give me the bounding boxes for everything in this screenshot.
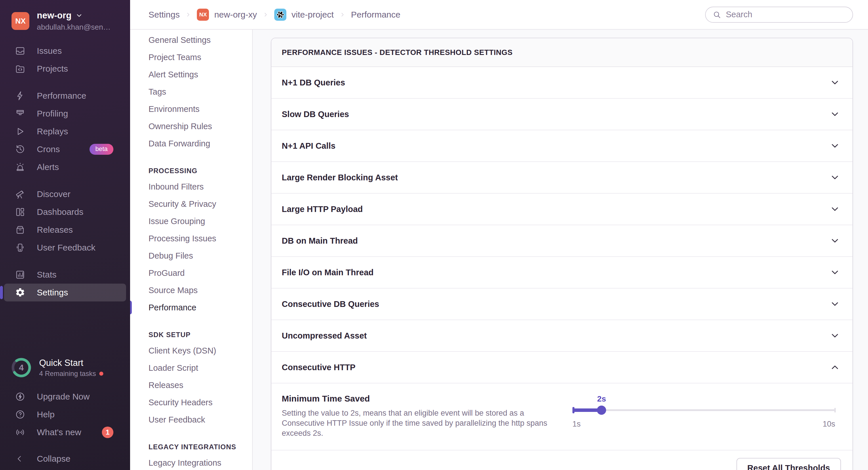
sidebar-nav-item[interactable]: Crons beta xyxy=(0,140,130,158)
search-input[interactable] xyxy=(726,10,845,19)
detector-accordion-row[interactable]: Uncompressed Asset xyxy=(271,320,852,352)
slider-max-label: 10s xyxy=(823,419,835,429)
sidebar-nav-item[interactable]: Profiling xyxy=(0,105,130,123)
slider-handle[interactable] xyxy=(597,406,606,415)
detector-accordion-row[interactable]: Slow DB Queries xyxy=(271,99,852,130)
breadcrumb-item[interactable]: vite-project xyxy=(274,9,334,21)
sidebar-nav-label: Releases xyxy=(37,225,73,235)
settings-nav-item[interactable]: Source Maps xyxy=(130,281,252,299)
sidebar-nav-item[interactable]: User Feedback xyxy=(0,239,130,257)
slider-min-label: 1s xyxy=(572,419,581,429)
user-feedback-icon xyxy=(15,242,25,253)
settings-nav-item[interactable]: Loader Script xyxy=(130,359,252,376)
detector-accordion-row[interactable]: DB on Main Thread xyxy=(271,225,852,257)
sidebar-footer-label: What's new xyxy=(37,428,81,437)
quick-start-panel[interactable]: 4 Quick Start 4 Remaining tasks xyxy=(0,357,130,378)
detector-accordion-row[interactable]: N+1 DB Queries xyxy=(271,67,852,99)
settings-nav-label: Releases xyxy=(149,380,183,390)
settings-nav-item[interactable]: LEGACY INTEGRATIONS xyxy=(130,440,252,454)
replays-icon xyxy=(15,126,25,137)
sidebar-footer-item[interactable]: What's new 1 xyxy=(0,424,130,441)
quick-start-count: 4 xyxy=(11,357,32,378)
sidebar-nav-item[interactable]: Projects xyxy=(0,60,130,78)
sidebar-nav-label: Dashboards xyxy=(37,207,84,217)
org-switcher[interactable]: NX new-org abdullah.khan@sen… xyxy=(0,0,130,40)
breadcrumb-item[interactable]: NX new-org-xy xyxy=(197,9,257,21)
whats-new-icon xyxy=(15,427,25,437)
settings-nav-item[interactable]: Processing Issues xyxy=(130,230,252,247)
settings-nav-label: Client Keys (DSN) xyxy=(149,346,216,356)
quick-start-progress-ring: 4 xyxy=(11,357,32,378)
primary-nav: Issues Projects Performance xyxy=(0,40,130,301)
sidebar-nav-label: Stats xyxy=(37,270,56,279)
performance-icon xyxy=(15,91,25,101)
settings-nav-item[interactable]: General Settings xyxy=(130,31,252,48)
settings-nav-label: Performance xyxy=(149,303,196,312)
settings-nav-item[interactable]: Debug Files xyxy=(130,247,252,264)
sidebar-nav-item[interactable]: Performance xyxy=(0,87,130,105)
settings-nav-item[interactable]: Alert Settings xyxy=(130,66,252,83)
chevron-down-icon xyxy=(830,268,840,277)
detector-accordion-row[interactable]: Consecutive DB Queries xyxy=(271,289,852,320)
sidebar-footer-item[interactable]: Help xyxy=(0,406,130,424)
collapse-sidebar-button[interactable]: Collapse xyxy=(0,450,130,468)
settings-nav-item[interactable]: Performance xyxy=(130,299,252,316)
settings-nav-item[interactable]: Security Headers xyxy=(130,394,252,411)
settings-body: General Settings Project Teams Alert Set… xyxy=(130,30,868,470)
settings-nav-item[interactable]: Issue Grouping xyxy=(130,212,252,230)
settings-nav-label: Legacy Integrations xyxy=(149,458,221,468)
settings-nav-item[interactable]: PROCESSING xyxy=(130,164,252,178)
detector-row-label: DB on Main Thread xyxy=(282,236,358,246)
settings-nav-item[interactable]: Releases xyxy=(130,376,252,394)
slider-track[interactable] xyxy=(572,409,835,411)
settings-nav-label: General Settings xyxy=(149,35,211,45)
sidebar-footer-item[interactable]: Upgrade Now xyxy=(0,388,130,406)
settings-nav-label: Debug Files xyxy=(149,251,193,261)
settings-nav-item[interactable]: Inbound Filters xyxy=(130,178,252,195)
settings-icon xyxy=(15,287,25,298)
detector-accordion-row[interactable]: Large Render Blocking Asset xyxy=(271,162,852,194)
projects-icon xyxy=(15,64,25,74)
releases-icon xyxy=(15,225,25,235)
settings-nav-item[interactable]: Environments xyxy=(130,100,252,118)
settings-nav-item[interactable]: Data Forwarding xyxy=(130,135,252,152)
org-avatar: NX xyxy=(197,9,209,21)
settings-nav-item[interactable]: User Feedback xyxy=(130,411,252,428)
settings-nav-item[interactable]: Ownership Rules xyxy=(130,118,252,135)
search-icon xyxy=(713,10,721,19)
react-project-icon xyxy=(274,9,286,21)
breadcrumb-item[interactable]: Settings xyxy=(149,10,180,20)
sidebar-nav-item[interactable]: Issues xyxy=(0,42,130,60)
sidebar-nav-item[interactable]: Stats xyxy=(0,266,130,283)
sidebar-nav-item[interactable]: Settings xyxy=(4,283,126,301)
settings-nav-label: Project Teams xyxy=(149,53,201,62)
settings-nav-item[interactable]: SDK SETUP xyxy=(130,328,252,342)
main-area: Settings NX new-org-xy vite-project xyxy=(130,0,868,470)
sidebar-footer-nav: Upgrade Now Help What's new 1 xyxy=(0,388,130,441)
sidebar-nav-item[interactable]: Discover xyxy=(0,185,130,203)
sidebar-nav-label: Performance xyxy=(37,91,86,101)
detector-accordion-row[interactable]: Consecutive HTTP xyxy=(271,352,852,383)
settings-nav-item[interactable]: Tags xyxy=(130,83,252,100)
settings-nav-item[interactable]: Legacy Integrations xyxy=(130,454,252,470)
sidebar-nav-item[interactable]: Dashboards xyxy=(0,203,130,221)
settings-nav-label: Processing Issues xyxy=(149,234,216,243)
search-box xyxy=(705,7,853,23)
detector-accordion-row[interactable]: Large HTTP Payload xyxy=(271,194,852,225)
sidebar-nav-item[interactable]: Releases xyxy=(0,221,130,239)
breadcrumb-label: new-org-xy xyxy=(214,10,257,20)
sidebar-nav-item[interactable]: Alerts xyxy=(0,158,130,176)
sidebar-nav-item[interactable]: Replays xyxy=(0,123,130,140)
dashboards-icon xyxy=(15,207,25,217)
settings-nav-label: Tags xyxy=(149,87,166,97)
org-name: new-org xyxy=(37,10,72,21)
settings-nav-item[interactable]: Client Keys (DSN) xyxy=(130,342,252,359)
detector-accordion-row[interactable]: File I/O on Main Thread xyxy=(271,257,852,289)
settings-nav-item[interactable]: Project Teams xyxy=(130,48,252,66)
settings-nav-item[interactable]: ProGuard xyxy=(130,264,252,281)
breadcrumb-item[interactable]: Performance xyxy=(351,10,401,20)
chevron-down-icon xyxy=(830,109,840,119)
settings-nav-item[interactable]: Security & Privacy xyxy=(130,195,252,212)
reset-all-thresholds-button[interactable]: Reset All Thresholds xyxy=(737,458,841,470)
detector-accordion-row[interactable]: N+1 API Calls xyxy=(271,130,852,162)
